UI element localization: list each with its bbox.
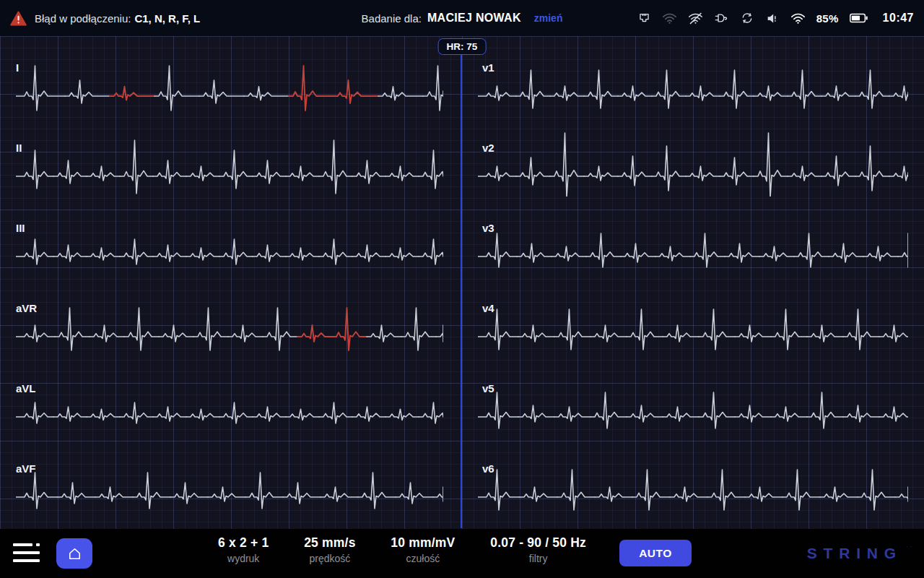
print-setting[interactable]: 6 x 2 + 1 wydruk (218, 535, 269, 564)
lead-strip-I: I (16, 36, 443, 116)
lead-strip-aVR: aVR (16, 277, 443, 357)
lead-strip-v1: v1 (478, 36, 908, 116)
lead-waveform (478, 357, 908, 437)
lead-strip-v5: v5 (478, 357, 908, 437)
connection-error-banner: Błąd w podłączeniu:C1, N, R, F, L (10, 11, 200, 26)
auto-button[interactable]: AUTO (619, 540, 692, 566)
filters-setting[interactable]: 0.07 - 90 / 50 Hz filtry (490, 535, 586, 564)
lead-waveform (16, 437, 443, 517)
lead-waveform (16, 116, 443, 197)
lead-label: v2 (482, 142, 494, 154)
sensitivity-setting[interactable]: 10 mm/mV czułość (391, 535, 455, 564)
lead-label: v1 (482, 61, 494, 74)
ecg-column-left: I II III aVR aVL aVF (16, 36, 443, 517)
brand-logo: STRING (807, 545, 902, 562)
lead-waveform (478, 437, 908, 517)
lead-strip-aVL: aVL (16, 357, 443, 437)
exam-label: Badanie dla: (362, 12, 422, 25)
battery-icon (850, 13, 868, 23)
lead-strip-v2: v2 (478, 116, 908, 197)
home-icon (66, 545, 83, 562)
ecg-column-right: v1 v2 v3 v4 v5 v6 (478, 36, 908, 517)
lead-strip-aVF: aVF (16, 437, 443, 517)
change-patient-link[interactable]: zmień (534, 12, 563, 24)
lead-strip-III: III (16, 197, 443, 277)
lead-strip-II: II (16, 116, 443, 197)
ecg-area: HR: 75 I II III aVR aVL aVF v1 (0, 36, 924, 529)
lead-strip-v6: v6 (478, 437, 908, 517)
lead-strip-v4: v4 (478, 277, 908, 357)
lead-label: v5 (482, 382, 494, 394)
wifi-icon (790, 12, 806, 25)
home-button[interactable] (56, 538, 92, 569)
lead-label: III (16, 222, 25, 234)
exam-info: Badanie dla: MACIEJ NOWAK zmień (362, 0, 563, 36)
wifi-off-icon (688, 12, 703, 25)
hr-badge[interactable]: HR: 75 (438, 38, 487, 55)
error-text: Błąd w podłączeniu: (35, 12, 131, 25)
patient-name: MACIEJ NOWAK (427, 12, 521, 25)
speed-setting[interactable]: 25 mm/s prędkość (304, 535, 355, 564)
lead-waveform (16, 36, 443, 116)
error-leads: C1, N, R, F, L (134, 12, 200, 25)
lead-waveform (478, 36, 908, 116)
clock: 10:47 (883, 12, 914, 25)
warning-icon (10, 11, 27, 26)
speaker-icon (765, 12, 780, 25)
lead-label: I (16, 61, 19, 74)
ethernet-icon (637, 12, 651, 25)
lead-label: aVF (16, 462, 36, 475)
wifi-dim-icon (662, 12, 677, 25)
lead-label: v3 (482, 222, 494, 234)
lead-waveform (478, 277, 908, 357)
lead-label: aVR (16, 302, 37, 314)
lead-label: II (16, 142, 22, 154)
plug-icon (714, 11, 729, 25)
lead-waveform (16, 197, 443, 277)
lead-label: v6 (482, 462, 494, 475)
ecg-cursor-line[interactable] (461, 54, 462, 528)
lead-label: v4 (482, 302, 494, 314)
settings-group: 6 x 2 + 1 wydruk 25 mm/s prędkość 10 mm/… (218, 535, 586, 564)
lead-strip-v3: v3 (478, 197, 908, 277)
battery-percent: 85% (816, 12, 839, 25)
lead-waveform (16, 277, 443, 357)
lead-waveform (478, 197, 908, 277)
status-icons: 85% 10:47 (637, 11, 914, 25)
lead-waveform (16, 357, 443, 437)
logo-mark: ·· (906, 542, 914, 551)
sync-icon (740, 11, 754, 25)
top-status-bar: Błąd w podłączeniu:C1, N, R, F, L Badani… (0, 0, 924, 36)
lead-label: aVL (16, 382, 36, 394)
menu-button[interactable] (13, 542, 40, 565)
menu-icon (13, 543, 32, 546)
lead-waveform (478, 116, 908, 197)
bottom-toolbar: 6 x 2 + 1 wydruk 25 mm/s prędkość 10 mm/… (0, 529, 924, 578)
